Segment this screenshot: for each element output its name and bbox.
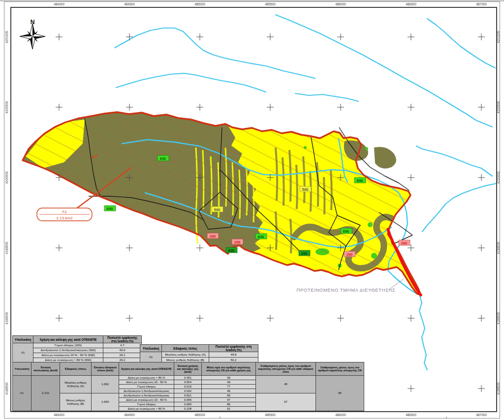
landuse-area-cell: 0.564 xyxy=(174,380,202,385)
table-row: Λ1 2.131 Μεγάλος ρυθμός διήθησης (Α) 1.0… xyxy=(13,376,364,380)
col-header: Σταθμισμένος μέσος όρος του αριθμού καμπ… xyxy=(316,362,364,376)
landuse-cell: Γυμνό έδαφος xyxy=(119,385,174,389)
overall-cn-cell: 56 xyxy=(316,376,364,411)
svg-text:500: 500 xyxy=(214,208,220,212)
cn-value-cell: 86 xyxy=(202,402,256,407)
callout-subbasin-id: Λ1 xyxy=(62,210,67,214)
svg-text:4198500: 4198500 xyxy=(5,382,8,395)
svg-text:485500: 485500 xyxy=(265,2,276,6)
svg-text:486500: 486500 xyxy=(406,413,416,417)
badge-200: 200 xyxy=(232,239,243,244)
table-row: Μέσος ρυθμός διήθησης (Β) 1.069 Δενδρόκη… xyxy=(13,393,364,398)
map-sheet: { "frame": { "compass": "N", "x_labels":… xyxy=(0,0,504,420)
svg-text:4201000: 4201000 xyxy=(5,30,8,43)
svg-text:500: 500 xyxy=(302,187,309,192)
svg-text:4198500: 4198500 xyxy=(497,382,500,395)
weighted-cn-cell: 67 xyxy=(256,393,316,411)
landuse-value: 29.1 xyxy=(103,353,142,358)
cn-value-cell: 46 xyxy=(202,389,256,393)
landuse-area-cell: 0.032 xyxy=(174,389,202,393)
landuse-label: Δάση με συγκόμωση 10 % - 50 % (630) xyxy=(33,353,103,358)
cn-value-cell: 66 xyxy=(202,393,256,398)
svg-text:200: 200 xyxy=(346,252,353,257)
soiltype-value: 49.8 xyxy=(209,352,258,358)
soiltype-cell: Μεγάλος ρυθμός διήθησης (Α) xyxy=(60,376,92,393)
badge-690: 690 xyxy=(341,228,352,234)
col-header: Μέση τιμή του αριθμού καμπύλης απορροής … xyxy=(202,362,256,376)
cn-computation-table: Υπολεκάνη Έκταση υπολεκάνης (km2) Εδαφικ… xyxy=(12,362,364,411)
svg-text:484000: 484000 xyxy=(54,413,64,417)
landuse-cell: Δάση με συγκόμωση 10 - 50 % xyxy=(119,398,174,402)
svg-text:486500: 486500 xyxy=(406,2,416,6)
badge-630: 630 xyxy=(158,155,169,161)
svg-text:486000: 486000 xyxy=(335,413,346,417)
badge-630-dark: 630 xyxy=(226,247,237,253)
col-header: Εδαφικός τύπος xyxy=(162,345,209,352)
landuse-label: Δενδρόκηποι ή δενδροκαλλιέργειες (500) xyxy=(33,348,103,353)
subbasin-cell: Λ1 xyxy=(13,376,32,411)
svg-text:487000: 487000 xyxy=(476,2,487,6)
svg-text:690: 690 xyxy=(357,179,363,183)
badge-200: 200 xyxy=(207,233,219,239)
cn-value-cell: 62 xyxy=(202,407,256,411)
svg-text:200: 200 xyxy=(210,234,216,239)
svg-text:690: 690 xyxy=(107,207,113,211)
proposed-section-annotation: ΠΡΟΤΕΙΝΟΜΕΝΟ ΤΜΗΜΑ ΔΙΕΥΘΕΤΗΣΗΣ xyxy=(296,279,404,293)
landuse-area-cell: 0.056 xyxy=(174,398,202,402)
svg-text:4199000: 4199000 xyxy=(5,312,8,325)
col-header: Υπολεκάνη xyxy=(13,362,32,376)
landuse-percentage-table: Υπολεκάνη Χρήση και κάλυψη γης κατά ΟΠΕΚ… xyxy=(12,335,142,363)
cn-value-cell: 49 xyxy=(202,380,256,385)
annotation-text: ΠΡΟΤΕΙΝΟΜΕΝΟ ΤΜΗΜΑ ΔΙΕΥΘΕΤΗΣΗΣ xyxy=(296,287,395,293)
col-header: Υπολεκάνη xyxy=(13,336,33,343)
svg-text:4200500: 4200500 xyxy=(5,101,8,114)
col-header: Χρήση και κάλυψη γης κατά ΟΠΕΚΕΠΕ xyxy=(119,362,174,376)
svg-text:630: 630 xyxy=(258,235,264,239)
badge-500: 500 xyxy=(212,207,223,212)
stream xyxy=(422,183,496,232)
svg-text:4199000: 4199000 xyxy=(497,312,500,325)
landuse-value: 40.0 xyxy=(103,348,142,353)
badge-200-dark: 200 xyxy=(299,250,310,256)
stream xyxy=(115,28,315,78)
badge-630: 630 xyxy=(255,234,267,239)
svg-text:630: 630 xyxy=(228,248,235,253)
landuse-area-cell: 0.084 xyxy=(174,402,202,407)
cn-value-cell: 77 xyxy=(202,385,256,389)
landuse-cell: Δάση με συγκόμωση > 80 % xyxy=(119,407,174,411)
badge-690: 690 xyxy=(104,206,116,211)
landuse-cell: Δενδρόκηποι ή δενδροκαλλιέργειες xyxy=(119,393,174,398)
callout-subbasin-area: 2.13 km2 xyxy=(57,216,73,220)
weighted-cn-cell: 45 xyxy=(256,376,316,393)
svg-text:4200000: 4200000 xyxy=(497,171,500,184)
table-row: Λ1 Γυμνό έδαφος (200) 4.7 xyxy=(13,343,142,348)
svg-text:485000: 485000 xyxy=(194,2,205,6)
landuse-area-cell: 0.015 xyxy=(174,385,202,389)
stream xyxy=(295,93,358,101)
landuse-cell: Δάση με συγκόμωση 10 - 50 % xyxy=(119,380,174,385)
svg-text:4201000: 4201000 xyxy=(497,30,500,43)
svg-text:486000: 486000 xyxy=(335,2,346,6)
stream-outlet xyxy=(419,296,427,370)
compass-rose: N xyxy=(20,19,45,49)
landuse-area-cell: 0.451 xyxy=(174,376,202,380)
col-header: Χρήση και κάλυψη γης κατά ΟΠΕΚΕΠΕ xyxy=(33,336,103,343)
svg-text:630: 630 xyxy=(160,156,166,161)
col-header: Σταθμισμένος μέσος όρος του αριθμού καμπ… xyxy=(256,362,316,376)
grid-x-labels-bottom: 484000 484500 485000 485500 486000 48650… xyxy=(54,413,487,417)
cn-value-cell: 39 xyxy=(202,376,256,380)
landuse-cell: Δάση με συγκόμωση > 80 % xyxy=(119,376,174,380)
landuse-area-cell: 0.821 xyxy=(174,393,202,398)
svg-text:484500: 484500 xyxy=(124,413,135,417)
svg-text:4200000: 4200000 xyxy=(5,171,8,184)
screenshot-top-strip xyxy=(0,0,504,1)
landuse-label: Γυμνό έδαφος (200) xyxy=(33,343,103,348)
soiltype-cell: Μέσος ρυθμός διήθησης (Β) xyxy=(60,393,92,411)
svg-text:200: 200 xyxy=(301,251,308,256)
cn-value-cell: 67 xyxy=(202,398,256,402)
svg-text:484000: 484000 xyxy=(54,2,64,6)
landuse-cell: Γυμνό έδαφος xyxy=(119,402,174,407)
svg-text:485500: 485500 xyxy=(265,413,276,417)
col-header: Ποσοστό εμφάνισης στη λεκάνη (%) xyxy=(103,336,142,343)
stream xyxy=(276,15,492,127)
